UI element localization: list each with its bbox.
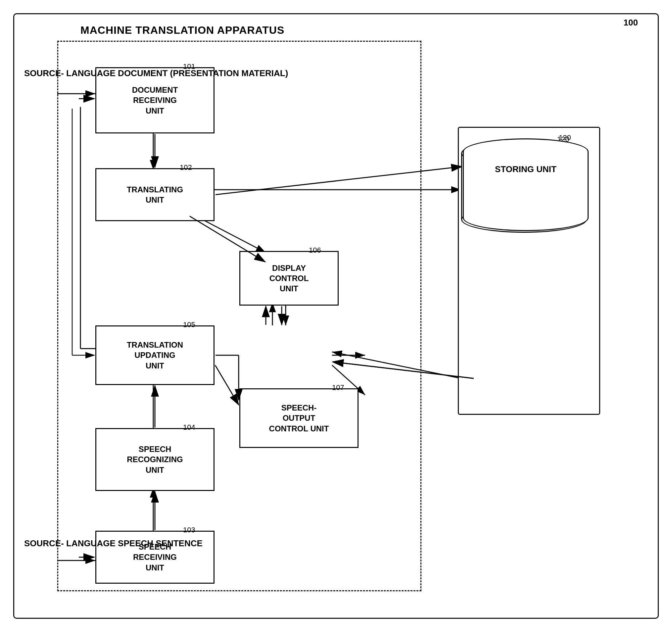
display-control-unit: DISPLAY CONTROL UNIT — [239, 251, 339, 306]
diagram-container: 100 MACHINE TRANSLATION APPARATUS — [13, 13, 659, 619]
ref-102: 102 — [180, 163, 192, 172]
translating-unit: TRANSLATING UNIT — [95, 168, 215, 221]
translation-updating-unit: TRANSLATION UPDATING UNIT — [95, 325, 215, 385]
source-doc-label: SOURCE- LANGUAGE DOCUMENT (PRESENTATION … — [24, 67, 288, 79]
main-title: MACHINE TRANSLATION APPARATUS — [80, 24, 284, 37]
source-speech-label: SOURCE- LANGUAGE SPEECH SENTENCE — [24, 537, 202, 549]
ref-100: 100 — [624, 18, 638, 28]
ref-106: 106 — [309, 246, 321, 254]
storing-cyl-bottom2 — [463, 204, 589, 231]
storing-label2: STORING UNIT — [463, 163, 589, 175]
ref-120b: 120 — [559, 133, 571, 142]
speech-recognizing-unit: SPEECH RECOGNIZING UNIT — [95, 428, 215, 491]
ref-105: 105 — [183, 320, 195, 329]
ref-103: 103 — [183, 526, 195, 534]
ref-107: 107 — [332, 383, 344, 392]
speech-output-unit: SPEECH- OUTPUT CONTROL UNIT — [239, 388, 359, 448]
ref-104: 104 — [183, 423, 195, 432]
